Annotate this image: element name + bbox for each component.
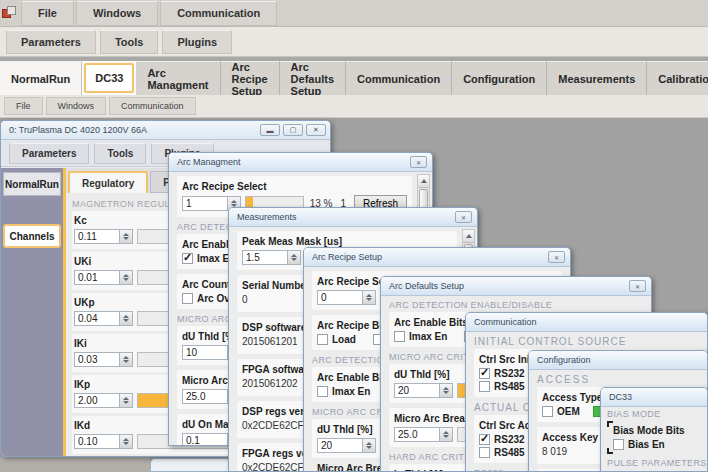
uki-input[interactable] — [74, 270, 120, 285]
micro-arc-break-input[interactable] — [394, 427, 440, 442]
ukp-input[interactable] — [74, 311, 120, 326]
load-checkbox[interactable] — [317, 334, 328, 345]
tab-dc33[interactable]: DC33 — [84, 63, 134, 93]
bias-en-checkbox[interactable] — [613, 439, 624, 450]
act-rs232-checkbox[interactable] — [479, 434, 490, 445]
dc33-titlebar[interactable]: DC33 — [601, 388, 707, 407]
app-toolbar: Parameters Tools Plugins — [0, 27, 708, 57]
tab-arc-defaults-setup[interactable]: Arc Defaults Setup — [280, 61, 346, 95]
act-rs485-checkbox[interactable] — [479, 447, 490, 458]
kc-spinner[interactable] — [120, 229, 133, 244]
configuration-titlebar[interactable]: Configuration — [529, 351, 707, 370]
scroll-up-arrow-icon[interactable] — [418, 175, 429, 188]
recipe-select-spinner[interactable] — [363, 290, 376, 305]
measurements-title: Measurements — [237, 212, 297, 222]
window-tab-bar: NormalRun DC33 Arc Managment Arc Recipe … — [0, 57, 708, 95]
iki-spinner[interactable] — [120, 352, 133, 367]
communication-titlebar[interactable]: Communication — [466, 313, 707, 332]
menu-tools[interactable]: Tools — [94, 143, 146, 164]
tab-communication[interactable]: Communication — [346, 61, 452, 95]
section-access: ACCESS — [537, 374, 699, 385]
act-rs232-checkbox-row[interactable]: RS232 — [479, 434, 525, 445]
micro-arc-break-input[interactable] — [182, 389, 228, 404]
imax-en-checkbox-row[interactable]: Imax En — [394, 331, 447, 342]
app-icon — [2, 6, 17, 20]
du-thld-input[interactable] — [394, 383, 440, 398]
menu-windows[interactable]: Windows — [76, 1, 158, 26]
window-close-icon[interactable]: ✕ — [629, 280, 646, 292]
close-button[interactable]: ✕ — [306, 124, 326, 136]
peak-meas-input[interactable] — [242, 250, 288, 265]
imax-en-checkbox[interactable] — [317, 386, 328, 397]
arc-defaults-setup-titlebar[interactable]: Arc Defaults Setup ✕ — [381, 277, 651, 296]
recipe-select-input[interactable] — [317, 290, 363, 305]
section-arc-detection: ARC DETECTION ENABLE/DISABLE — [389, 300, 643, 310]
ikd-spinner[interactable] — [120, 434, 133, 449]
sidebar-item-channels[interactable]: Channels — [3, 224, 61, 248]
oem-checkbox-row[interactable]: OEM — [542, 406, 580, 417]
micro-arc-break-spinner[interactable] — [440, 427, 453, 442]
submenu-windows[interactable]: Windows — [46, 97, 107, 115]
menu-communication[interactable]: Communication — [160, 1, 277, 26]
du-thld-input[interactable] — [317, 438, 363, 453]
arc-recipe-setup-title: Arc Recipe Setup — [312, 252, 382, 262]
toolbar-plugins[interactable]: Plugins — [162, 30, 232, 54]
toolbar-parameters[interactable]: Parameters — [6, 30, 96, 54]
window-close-icon[interactable]: ✕ — [548, 251, 565, 263]
ini-rs485-checkbox[interactable] — [479, 381, 490, 392]
menu-parameters[interactable]: Parameters — [9, 143, 89, 164]
ukp-spinner[interactable] — [120, 311, 133, 326]
scroll-up-arrow-icon[interactable] — [463, 230, 474, 243]
submenu-communication[interactable]: Communication — [109, 97, 196, 115]
ini-rs485-checkbox-row[interactable]: RS485 — [479, 381, 525, 392]
configuration-title: Configuration — [537, 355, 591, 365]
section-bias-mode: BIAS MODE — [607, 409, 701, 419]
imax-en-checkbox[interactable] — [182, 253, 193, 264]
arc-ovfl-checkbox[interactable] — [182, 293, 193, 304]
ini-rs232-checkbox-row[interactable]: RS232 — [479, 368, 525, 379]
bias-en-checkbox-row[interactable]: Bias En — [613, 439, 665, 450]
arc-recipe-setup-titlebar[interactable]: Arc Recipe Setup ✕ — [304, 248, 570, 267]
act-rs485-checkbox-row[interactable]: RS485 — [479, 447, 525, 458]
ikd-input[interactable] — [74, 434, 120, 449]
tab-regulatory[interactable]: Regulatory — [68, 171, 148, 193]
tab-measurements[interactable]: Measurements — [547, 61, 647, 95]
tab-configuration[interactable]: Configuration — [452, 61, 547, 95]
tab-arc-managment[interactable]: Arc Managment — [136, 61, 220, 95]
du-thld-spinner[interactable] — [363, 438, 376, 453]
kc-input[interactable] — [74, 229, 120, 244]
arc-defaults-setup-title: Arc Defaults Setup — [389, 281, 464, 291]
imax-en-checkbox[interactable] — [394, 331, 405, 342]
maximize-button[interactable]: ▢ — [283, 124, 303, 136]
menu-file[interactable]: File — [21, 1, 74, 26]
window-close-icon[interactable]: ✕ — [455, 211, 472, 223]
submenu-file[interactable]: File — [4, 97, 43, 115]
minimize-button[interactable]: ▬ — [260, 124, 280, 136]
imax-en-checkbox-row[interactable]: Imax En — [317, 386, 370, 397]
ikp-input[interactable] — [74, 393, 120, 408]
window-close-icon[interactable]: ✕ — [410, 156, 427, 168]
peak-meas-spinner[interactable] — [288, 250, 301, 265]
ikp-spinner[interactable] — [120, 393, 133, 408]
measurements-titlebar[interactable]: Measurements ✕ — [229, 208, 477, 227]
tab-arc-recipe-setup[interactable]: Arc Recipe Setup — [221, 61, 280, 95]
tab-normalrun[interactable]: NormalRun — [0, 61, 82, 95]
arc-managment-titlebar[interactable]: Arc Managment ✕ — [169, 153, 432, 172]
communication-title: Communication — [474, 317, 537, 327]
du-thld-spinner[interactable] — [440, 383, 453, 398]
tab-calibration[interactable]: Calibration — [647, 61, 708, 95]
du-thld-input[interactable] — [182, 345, 228, 360]
iki-input[interactable] — [74, 352, 120, 367]
truplasma-titlebar[interactable]: 0: TruPlasma DC 4020 1200V 66A ▬ ▢ ✕ — [1, 121, 330, 140]
sidebar-item-normalrun[interactable]: NormalRun — [3, 172, 61, 196]
arc-recipe-select-input[interactable] — [182, 196, 228, 211]
section-pulse-parameters: PULSE PARAMETERS — [607, 458, 701, 468]
load-checkbox-row[interactable]: Load — [317, 334, 356, 345]
ini-rs232-checkbox[interactable] — [479, 368, 490, 379]
du-on-mask-input[interactable] — [182, 433, 228, 446]
uki-spinner[interactable] — [120, 270, 133, 285]
truplasma-title: 0: TruPlasma DC 4020 1200V 66A — [9, 125, 147, 135]
focus-corner-top-icon — [607, 421, 613, 427]
oem-checkbox[interactable] — [542, 406, 553, 417]
toolbar-tools[interactable]: Tools — [100, 30, 159, 54]
